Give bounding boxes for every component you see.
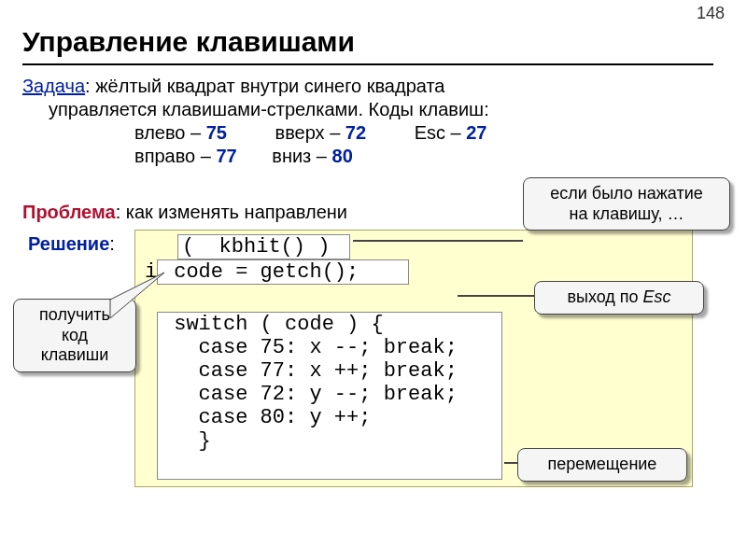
kbhit-box: ( kbhit() )	[177, 234, 350, 259]
connector-esc	[458, 295, 534, 297]
getcode-tail-icon	[110, 266, 166, 322]
right-code: 77	[216, 146, 236, 166]
problem-line: Проблема: как изменять направлени	[22, 202, 347, 223]
task-line1: Задача: жёлтый квадрат внутри синего ква…	[22, 75, 713, 98]
key-row-1: влево – 75 вверх – 72 Esc – 27	[22, 121, 713, 145]
problem-label: Проблема	[22, 202, 116, 222]
down-code: 80	[332, 146, 353, 166]
note-keypress-l1: если было нажатие	[533, 184, 720, 204]
note-keypress-l2: на клавишу, …	[533, 204, 720, 225]
task-label: Задача	[22, 76, 85, 96]
note-move: перемещение	[517, 448, 687, 482]
task-block: Задача: жёлтый квадрат внутри синего ква…	[22, 75, 713, 168]
up-code: 72	[345, 122, 366, 143]
esc-code: 27	[466, 122, 486, 143]
task-line2: управляется клавишами-стрелками. Коды кл…	[22, 98, 713, 121]
left-code: 75	[206, 122, 227, 143]
colon: :	[109, 233, 115, 254]
right-label: вправо –	[134, 146, 216, 166]
note-getcode-l2: код	[23, 326, 126, 346]
note-getcode-l3: клавиши	[23, 345, 126, 366]
code-l6-pad: case 77: x ++; break;	[145, 508, 683, 534]
svg-marker-0	[110, 273, 164, 318]
switch-box: switch ( code ) { case 75: x --; break; …	[157, 312, 502, 480]
left-label: влево –	[134, 122, 206, 143]
page-number: 148	[697, 4, 725, 23]
note-escexit-it: Esc	[643, 287, 671, 306]
problem-text: : как изменять направлени	[116, 202, 347, 222]
up-label: вверх –	[275, 122, 345, 143]
connector-move	[504, 462, 517, 464]
note-keypress: если было нажатие на клавишу, …	[523, 177, 730, 231]
solution-label-wrap: Решение:	[28, 233, 115, 255]
connector-keypress	[353, 240, 523, 242]
task-text-a: : жёлтый квадрат внутри синего квадрата	[85, 76, 444, 96]
note-escexit: выход по Esc	[534, 281, 704, 315]
key-row-2: вправо – 77 вниз – 80	[22, 145, 713, 168]
page-title: Управление клавишами	[22, 26, 355, 58]
solution-label: Решение	[28, 233, 109, 254]
esc-label: Esc –	[415, 122, 467, 143]
getch-box: code = getch();	[157, 259, 409, 285]
down-label: вниз –	[272, 146, 331, 166]
note-escexit-pre: выход по	[567, 287, 642, 306]
title-underline	[22, 63, 713, 65]
